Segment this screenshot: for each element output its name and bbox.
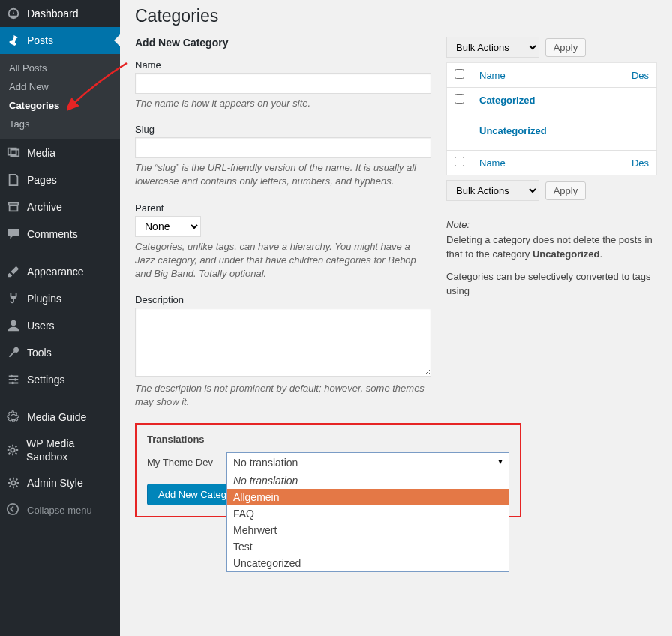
category-link[interactable]: Categorized (479, 94, 535, 106)
sidebar-item-label: Archive (27, 201, 62, 213)
row-checkbox[interactable] (454, 94, 464, 104)
sidebar-item-admin-style[interactable]: Admin Style (0, 470, 120, 496)
translations-panel: Translations My Theme Dev No translation… (135, 423, 521, 518)
collapse-menu[interactable]: Collapse menu (0, 496, 120, 524)
gear-icon (6, 476, 21, 490)
sidebar-item-label: Users (27, 320, 55, 332)
sidebar-item-label: Appearance (27, 266, 84, 278)
note-block: Note: Deleting a category does not delet… (446, 218, 657, 298)
translation-site-label: My Theme Dev (147, 457, 219, 468)
slug-label: Slug (135, 124, 431, 135)
sidebar-item-posts[interactable]: Posts (0, 27, 120, 54)
category-link[interactable]: Uncategorized (479, 125, 547, 136)
sidebar-item-label: Media Guide (27, 411, 86, 423)
media-icon (6, 146, 21, 160)
table-row: Uncategorized (447, 112, 657, 151)
translation-option[interactable]: Uncategorized (227, 555, 508, 572)
translation-option[interactable]: Mehrwert (227, 522, 508, 538)
svg-point-6 (8, 504, 18, 514)
main-content: Categories Add New Category Name The nam… (120, 0, 672, 636)
page-icon (6, 172, 21, 188)
table-row: Categorized (447, 88, 657, 112)
translation-option[interactable]: FAQ (227, 506, 508, 522)
gear-icon (6, 410, 21, 424)
sidebar-item-wp-media-sandbox[interactable]: WP Media Sandbox (0, 430, 120, 470)
translation-option[interactable]: No translation (227, 472, 508, 489)
sidebar-item-plugins[interactable]: Plugins (0, 285, 120, 312)
collapse-icon (6, 502, 21, 518)
translation-option[interactable]: Test (227, 538, 508, 555)
form-heading: Add New Category (135, 37, 431, 49)
svg-point-2 (14, 378, 17, 381)
svg-point-3 (11, 382, 14, 385)
gear-icon (6, 442, 20, 458)
sidebar-item-label: Media (27, 147, 56, 159)
column-description[interactable]: Des (632, 70, 649, 81)
parent-label: Parent (135, 202, 431, 214)
slug-help: The “slug” is the URL-friendly version o… (135, 161, 431, 188)
submenu-tags[interactable]: Tags (0, 115, 120, 134)
sidebar-item-label: Admin Style (27, 477, 83, 489)
column-name[interactable]: Name (479, 158, 506, 169)
sidebar-item-label: Tools (27, 346, 52, 358)
bulk-actions-select-top[interactable]: Bulk Actions (446, 37, 539, 58)
name-input[interactable] (135, 73, 431, 94)
svg-point-4 (11, 448, 15, 452)
sidebar-item-label: Posts (27, 34, 53, 46)
note-label: Note: (446, 219, 470, 230)
sidebar-item-archive[interactable]: Archive (0, 194, 120, 220)
comment-icon (6, 226, 21, 242)
pin-icon (6, 33, 21, 48)
admin-sidebar: Dashboard Posts All Posts Add New Catego… (0, 0, 120, 636)
dashboard-icon (6, 6, 21, 21)
sidebar-item-label: Comments (27, 228, 78, 240)
archive-icon (6, 200, 21, 214)
select-all-checkbox-bottom[interactable] (454, 157, 464, 166)
slug-input[interactable] (135, 137, 431, 158)
sidebar-item-label: Plugins (27, 292, 62, 304)
select-all-checkbox[interactable] (454, 69, 464, 79)
collapse-label: Collapse menu (27, 505, 92, 516)
name-help: The name is how it appears on your site. (135, 97, 431, 110)
svg-point-1 (10, 375, 14, 378)
description-input[interactable] (135, 308, 431, 376)
svg-point-0 (10, 320, 16, 326)
translation-select[interactable]: No translation (226, 452, 509, 473)
column-name[interactable]: Name (479, 70, 506, 81)
translations-heading: Translations (147, 434, 509, 445)
description-help: The description is not prominent by defa… (135, 382, 431, 409)
wrench-icon (6, 345, 21, 360)
name-label: Name (135, 59, 431, 70)
sidebar-item-users[interactable]: Users (0, 312, 120, 339)
sidebar-item-media[interactable]: Media (0, 140, 120, 166)
sidebar-item-label: WP Media Sandbox (26, 436, 114, 464)
category-table: Name Des Categorized Uncategorized (446, 62, 657, 176)
sidebar-item-tools[interactable]: Tools (0, 339, 120, 366)
svg-point-5 (11, 482, 15, 485)
sidebar-item-pages[interactable]: Pages (0, 166, 120, 194)
sidebar-item-label: Settings (27, 374, 65, 386)
sidebar-item-media-guide[interactable]: Media Guide (0, 404, 120, 430)
submenu-add-new[interactable]: Add New (0, 77, 120, 96)
sidebar-item-label: Pages (27, 174, 57, 186)
add-category-form: Add New Category Name The name is how it… (135, 37, 431, 518)
bulk-actions-select-bottom[interactable]: Bulk Actions (446, 180, 539, 201)
submenu-all-posts[interactable]: All Posts (0, 58, 120, 77)
posts-submenu: All Posts Add New Categories Tags (0, 54, 120, 140)
user-icon (6, 318, 21, 333)
submenu-categories[interactable]: Categories (0, 96, 120, 115)
sidebar-item-appearance[interactable]: Appearance (0, 258, 120, 285)
sidebar-item-dashboard[interactable]: Dashboard (0, 0, 120, 27)
sidebar-item-comments[interactable]: Comments (0, 220, 120, 248)
sidebar-item-settings[interactable]: Settings (0, 366, 120, 393)
column-description[interactable]: Des (632, 158, 649, 169)
apply-button-bottom[interactable]: Apply (545, 182, 586, 200)
plug-icon (6, 291, 21, 306)
parent-select[interactable]: None (135, 216, 201, 237)
apply-button-top[interactable]: Apply (545, 38, 586, 57)
description-label: Description (135, 294, 431, 305)
translation-option[interactable]: Allgemein (227, 489, 508, 506)
brush-icon (6, 264, 21, 279)
sliders-icon (6, 372, 21, 387)
sidebar-item-label: Dashboard (27, 8, 79, 20)
